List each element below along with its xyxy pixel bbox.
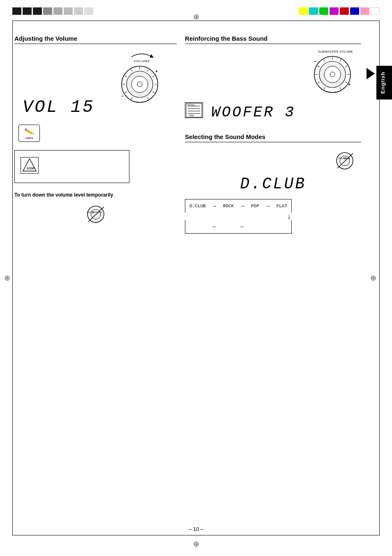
top-color-bars: ⊕ bbox=[0, 7, 392, 15]
woofer-level-display: WOOFER 3 bbox=[211, 104, 295, 121]
turn-down-label: To turn down the volume level temporaril… bbox=[14, 192, 177, 198]
bar-7 bbox=[74, 7, 83, 15]
svg-text:+: + bbox=[348, 82, 350, 87]
sound-mode-button-icon: SOUND MODE bbox=[332, 148, 357, 171]
down-arrow-row: ↓ bbox=[185, 213, 292, 220]
right-registration-mark: ⊕ bbox=[370, 273, 376, 283]
stop-notice-box: STOP bbox=[14, 150, 129, 183]
mode-arrow-3: → bbox=[265, 203, 271, 209]
bar-3 bbox=[33, 7, 42, 15]
pen-icon: ✏️ bbox=[24, 126, 35, 137]
columns-layout: Adjusting the Volume bbox=[14, 23, 361, 533]
mode-flow-bottom-row: D.CLUB ← ROCK ← POP ← FLAT bbox=[185, 220, 292, 234]
adjusting-volume-heading: Adjusting the Volume bbox=[14, 35, 177, 44]
language-tab: English bbox=[376, 66, 392, 100]
bar-8 bbox=[84, 7, 93, 15]
sound-mode-display: D.CLUB bbox=[185, 175, 361, 193]
bar-6 bbox=[64, 7, 73, 15]
svg-point-38 bbox=[330, 72, 335, 77]
sound-modes-heading: Selecting the Sound Modes bbox=[185, 133, 361, 142]
curved-arrow-svg bbox=[119, 50, 164, 58]
bar-5 bbox=[53, 7, 62, 15]
mode-rock: ROCK bbox=[223, 204, 234, 208]
sound-modes-section: Selecting the Sound Modes SOUND MODE D.C… bbox=[185, 133, 361, 234]
red-bar bbox=[340, 7, 349, 15]
left-rule bbox=[12, 21, 13, 535]
main-content: Adjusting the Volume bbox=[14, 23, 361, 533]
section-arrow bbox=[367, 68, 375, 79]
notes-area: ✏️ notes bbox=[18, 125, 177, 142]
down-arrow-icon: ↓ bbox=[287, 213, 291, 220]
left-registration-mark: ⊕ bbox=[4, 273, 10, 283]
mode-flow-top-row: D.CLUB → ROCK → POP → FLAT bbox=[185, 199, 292, 213]
svg-text:−: − bbox=[314, 59, 316, 64]
mode-pop: POP bbox=[251, 204, 259, 208]
volume-knob-svg: + − bbox=[119, 64, 160, 105]
mode-arrow-2: → bbox=[240, 203, 245, 209]
stop-icon-svg: STOP bbox=[21, 158, 38, 173]
volume-knob: VOLUME bbox=[119, 50, 164, 91]
top-registration-mark: ⊕ bbox=[193, 12, 199, 21]
white-bar bbox=[371, 7, 380, 15]
mute-icon-area: PAUSE MUTE/VOL bbox=[14, 202, 177, 225]
svg-point-14 bbox=[137, 82, 142, 87]
left-column: Adjusting the Volume bbox=[14, 23, 181, 533]
mode-flow-diagram: D.CLUB → ROCK → POP → FLAT ↓ D.CLUB ← bbox=[185, 199, 292, 234]
page-number: – 10 – bbox=[189, 526, 203, 532]
svg-text:+: + bbox=[155, 69, 158, 74]
mode-dclub: D.CLUB bbox=[189, 204, 206, 208]
sound-mode-icon-area: SOUND MODE bbox=[185, 148, 357, 171]
notes-icon: ✏️ notes bbox=[18, 125, 40, 142]
volume-knob-label: VOLUME bbox=[119, 59, 164, 63]
top-rule bbox=[12, 21, 380, 21]
black-test-bars bbox=[12, 7, 93, 15]
mode-flat: FLAT bbox=[277, 204, 287, 208]
subwoofer-knob-area: SUBWOOFER VOLUME bbox=[185, 50, 353, 95]
svg-text:STOP: STOP bbox=[27, 167, 35, 170]
bottom-registration-mark: ⊕ bbox=[193, 540, 199, 549]
color-test-bars bbox=[299, 7, 380, 15]
mode-back-arrow-2: ← bbox=[240, 223, 245, 230]
bar-1 bbox=[12, 7, 21, 15]
svg-text:PRE: PRE bbox=[189, 114, 194, 117]
bass-notes-icon: PRE NOTES bbox=[185, 102, 203, 118]
magenta-bar bbox=[330, 7, 339, 15]
bottom-rule bbox=[12, 535, 380, 535]
bass-icon-svg: PRE NOTES bbox=[186, 103, 202, 118]
blue-bar bbox=[350, 7, 359, 15]
green-bar bbox=[319, 7, 328, 15]
svg-text:NOTES: NOTES bbox=[187, 104, 195, 106]
volume-knob-area: VOLUME bbox=[14, 50, 164, 91]
bass-icon-area: PRE NOTES WOOFER 3 bbox=[185, 99, 361, 121]
subwoofer-knob-svg: + − bbox=[312, 54, 353, 95]
mode-arrow-1: → bbox=[212, 203, 217, 209]
cyan-bar bbox=[309, 7, 318, 15]
stop-icon: STOP bbox=[21, 157, 39, 174]
svg-text:−: − bbox=[121, 94, 124, 98]
yellow-bar bbox=[299, 7, 308, 15]
mode-back-arrow-1: ← bbox=[212, 223, 217, 230]
bass-heading: Reinforcing the Bass Sound bbox=[185, 35, 361, 44]
mute-button-icon: PAUSE MUTE/VOL bbox=[83, 202, 108, 225]
right-column: Reinforcing the Bass Sound SUBWOOFER VOL… bbox=[181, 23, 361, 533]
pink-bar bbox=[360, 7, 369, 15]
subwoofer-knob-label: SUBWOOFER VOLUME bbox=[318, 50, 353, 53]
bar-2 bbox=[23, 7, 32, 15]
bar-4 bbox=[43, 7, 52, 15]
